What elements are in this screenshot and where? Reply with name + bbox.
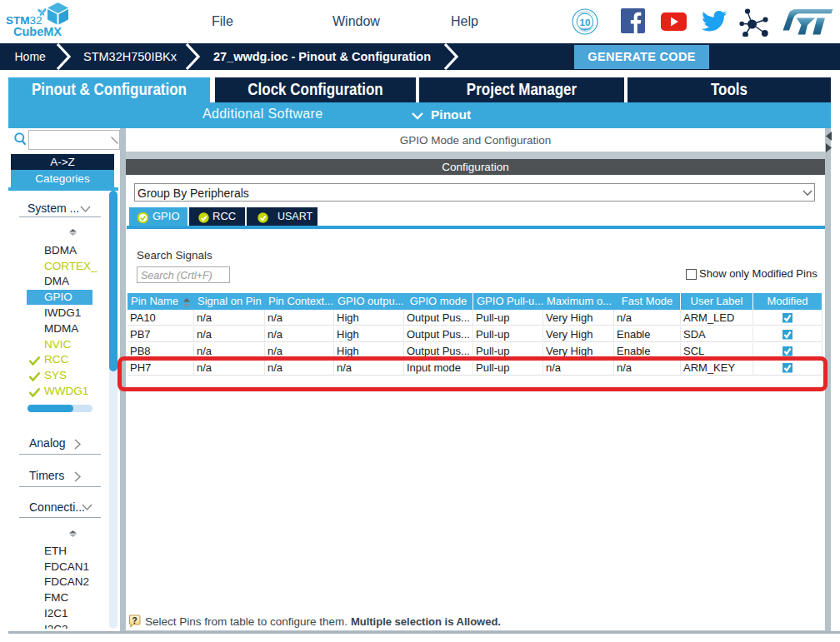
svg-text:10: 10 bbox=[580, 17, 591, 27]
svg-text:CubeMX: CubeMX bbox=[13, 25, 62, 38]
svg-text:YEARS: YEARS bbox=[580, 27, 591, 31]
svg-text:?: ? bbox=[132, 616, 137, 625]
